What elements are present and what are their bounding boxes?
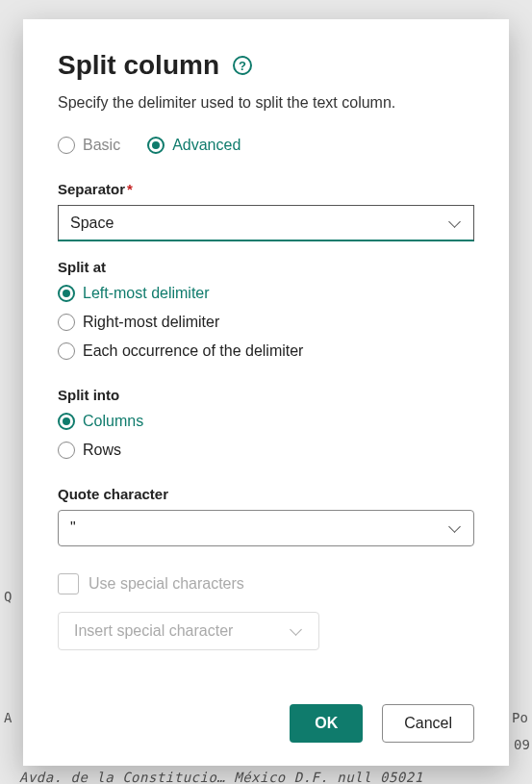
radio-icon	[58, 314, 75, 331]
help-icon[interactable]: ?	[233, 56, 252, 75]
radio-icon	[58, 413, 75, 430]
chevron-down-icon	[448, 216, 462, 230]
ok-button[interactable]: OK	[290, 704, 363, 743]
bg-cell: Q	[4, 589, 12, 604]
bg-row: Avda. de la Constitucio… México D.F. nul…	[19, 770, 423, 784]
special-chars-label: Use special characters	[89, 575, 244, 593]
chevron-down-icon	[448, 521, 462, 535]
radio-label: Left-most delimiter	[83, 285, 210, 302]
separator-value: Space	[70, 215, 114, 232]
insert-special-char-label: Insert special character	[74, 622, 233, 640]
mode-advanced-label: Advanced	[172, 137, 241, 154]
split-at-right-radio[interactable]: Right-most delimiter	[58, 314, 474, 331]
radio-label: Rows	[83, 442, 121, 459]
radio-icon	[58, 442, 75, 459]
radio-label: Each occurrence of the delimiter	[83, 342, 303, 360]
split-at-left-radio[interactable]: Left-most delimiter	[58, 285, 474, 302]
bg-cell: 09	[514, 737, 530, 752]
separator-select[interactable]: Space	[58, 205, 474, 241]
radio-label: Right-most delimiter	[83, 314, 219, 331]
required-asterisk: *	[127, 181, 133, 197]
special-chars-checkbox[interactable]	[58, 573, 79, 594]
split-into-columns-radio[interactable]: Columns	[58, 413, 474, 430]
chevron-down-icon	[290, 624, 303, 638]
mode-advanced-radio[interactable]: Advanced	[147, 137, 241, 154]
split-at-each-radio[interactable]: Each occurrence of the delimiter	[58, 342, 474, 360]
bg-cell: A	[4, 710, 12, 725]
split-into-label: Split into	[58, 387, 474, 403]
quote-select[interactable]: "	[58, 510, 474, 546]
cancel-button[interactable]: Cancel	[382, 704, 474, 743]
radio-icon	[58, 285, 75, 302]
mode-radio-group: Basic Advanced	[58, 137, 474, 154]
bg-cell: Po	[512, 710, 528, 725]
quote-value: "	[70, 519, 76, 537]
dialog-footer: OK Cancel	[58, 704, 474, 743]
special-chars-row: Use special characters	[58, 573, 474, 594]
split-into-group: Columns Rows	[58, 413, 474, 459]
split-at-group: Left-most delimiter Right-most delimiter…	[58, 285, 474, 360]
split-at-label: Split at	[58, 259, 474, 275]
quote-label: Quote character	[58, 486, 474, 502]
mode-basic-label: Basic	[83, 137, 120, 154]
dialog-title: Split column	[58, 50, 219, 81]
radio-icon	[58, 137, 75, 154]
split-into-rows-radio[interactable]: Rows	[58, 442, 474, 459]
radio-icon	[58, 342, 75, 360]
radio-label: Columns	[83, 413, 143, 430]
radio-icon	[147, 137, 165, 154]
split-column-dialog: Split column ? Specify the delimiter use…	[23, 19, 509, 766]
separator-label: Separator*	[58, 181, 474, 197]
mode-basic-radio[interactable]: Basic	[58, 137, 120, 154]
dialog-subtitle: Specify the delimiter used to split the …	[58, 94, 474, 112]
insert-special-char-button: Insert special character	[58, 612, 319, 650]
